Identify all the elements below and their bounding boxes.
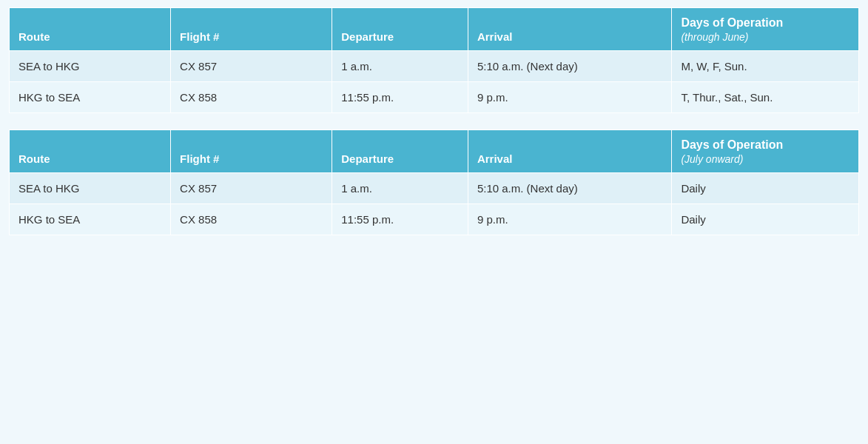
arrival-header: Arrival [468,8,672,51]
departure-header: Departure [332,8,468,51]
days-title: Days of Operation [681,16,850,31]
table-row: HKG to SEACX 85811:55 p.m.9 p.m.Daily [10,204,859,235]
flight-table-2: RouteFlight #DepartureArrival Days of Op… [9,130,859,235]
cell-departure: 11:55 p.m. [332,81,468,112]
cell-days: T, Thur., Sat., Sun. [672,81,859,112]
cell-route: HKG to SEA [10,81,171,112]
cell-arrival: 9 p.m. [468,204,672,235]
cell-days: Daily [672,172,859,204]
days-header: Days of Operation (through June) [672,8,859,51]
cell-arrival: 9 p.m. [468,81,672,112]
cell-departure: 1 a.m. [332,172,468,204]
days-subtitle: (July onward) [681,153,850,165]
cell-route: HKG to SEA [10,204,171,235]
cell-departure: 11:55 p.m. [332,204,468,235]
route-header: Route [10,8,171,51]
cell-flight: CX 858 [171,204,332,235]
cell-arrival: 5:10 a.m. (Next day) [468,172,672,204]
days-title: Days of Operation [681,138,850,153]
table-row: SEA to HKGCX 8571 a.m.5:10 a.m. (Next da… [10,50,859,81]
cell-departure: 1 a.m. [332,50,468,81]
flight-table-1: RouteFlight #DepartureArrival Days of Op… [9,7,859,113]
days-subtitle: (through June) [681,31,850,43]
cell-days: Daily [672,204,859,235]
table-row: HKG to SEACX 85811:55 p.m.9 p.m.T, Thur.… [10,81,859,112]
route-header: Route [10,130,171,172]
cell-route: SEA to HKG [10,50,171,81]
flight-header: Flight # [171,8,332,51]
arrival-header: Arrival [468,130,672,172]
cell-flight: CX 858 [171,81,332,112]
cell-flight: CX 857 [171,172,332,204]
cell-arrival: 5:10 a.m. (Next day) [468,50,672,81]
days-header: Days of Operation (July onward) [672,130,859,172]
table-wrapper-2: RouteFlight #DepartureArrival Days of Op… [9,130,859,235]
departure-header: Departure [332,130,468,172]
table-row: SEA to HKGCX 8571 a.m.5:10 a.m. (Next da… [10,172,859,204]
cell-days: M, W, F, Sun. [672,50,859,81]
cell-flight: CX 857 [171,50,332,81]
table-wrapper-1: RouteFlight #DepartureArrival Days of Op… [9,7,859,113]
flight-header: Flight # [171,130,332,172]
cell-route: SEA to HKG [10,172,171,204]
